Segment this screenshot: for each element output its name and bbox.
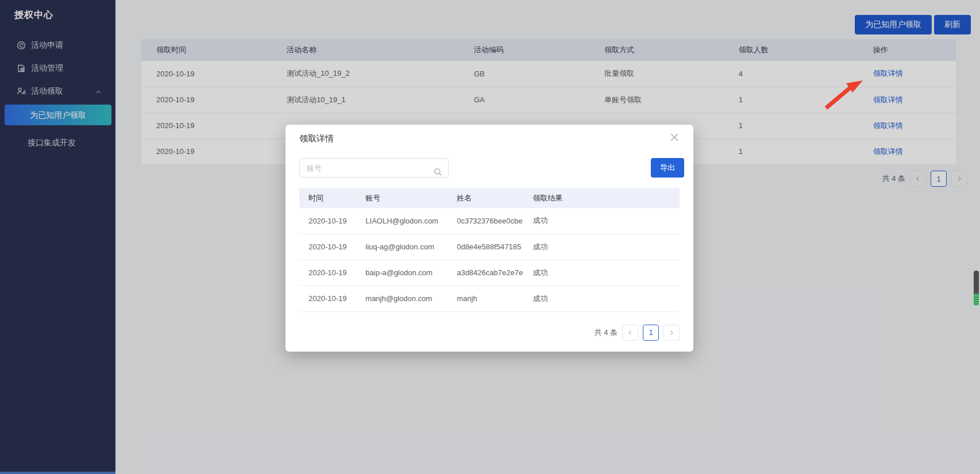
- cell-result: 成功: [524, 260, 680, 286]
- cell-name: manjh: [447, 286, 523, 311]
- dialog-pagination-prev-button[interactable]: [622, 325, 638, 341]
- cell-name: 0d8e4e588f547185: [447, 234, 523, 260]
- cell-result: 成功: [524, 208, 680, 234]
- dialog-table-header-row: 时间 账号 姓名 领取结果: [299, 188, 680, 208]
- red-arrow-annotation: [816, 69, 873, 121]
- account-search-input[interactable]: [299, 158, 449, 178]
- scrollbar-progress: [974, 294, 979, 306]
- chevron-left-icon: [627, 330, 633, 336]
- dialog-search-row: 导出: [299, 158, 680, 178]
- dialog-table-row: 2020-10-19 baip-a@glodon.com a3d8426cab7…: [299, 260, 680, 286]
- dialog-table-wrap: 时间 账号 姓名 领取结果 2020-10-19 LIAOLH@glodon.c…: [299, 188, 680, 312]
- column-header: 时间: [299, 188, 356, 208]
- dialog-table-row: 2020-10-19 liuq-ag@glodon.com 0d8e4e588f…: [299, 234, 680, 260]
- scrollbar-thumb: [974, 271, 979, 294]
- dialog-table-row: 2020-10-19 manjh@glodon.com manjh 成功: [299, 286, 680, 311]
- cell-account: LIAOLH@glodon.com: [356, 208, 447, 234]
- dialog-pagination-page-button[interactable]: 1: [643, 325, 659, 341]
- cell-name: 0c3732376bee0cbe: [447, 208, 523, 234]
- cell-account: liuq-ag@glodon.com: [356, 234, 447, 260]
- column-header: 姓名: [447, 188, 523, 208]
- app-window: 授权中心 活动申请 活动管理: [0, 0, 980, 474]
- dialog-pagination: 共 4 条 1: [299, 325, 680, 341]
- cell-time: 2020-10-19: [299, 234, 356, 260]
- cell-time: 2020-10-19: [299, 208, 356, 234]
- cell-account: manjh@glodon.com: [356, 286, 447, 311]
- scrollbar-indicator[interactable]: [973, 270, 979, 306]
- cell-account: baip-a@glodon.com: [356, 260, 447, 286]
- export-button[interactable]: 导出: [651, 158, 684, 178]
- pagination-total: 共 4 条: [595, 327, 618, 338]
- chevron-right-icon: [669, 330, 674, 336]
- dialog-header: 领取详情: [285, 125, 693, 144]
- column-header: 账号: [356, 188, 447, 208]
- cell-result: 成功: [524, 286, 680, 311]
- cell-name: a3d8426cab7e2e7e: [447, 260, 523, 286]
- cell-time: 2020-10-19: [299, 260, 356, 286]
- claim-details-table: 时间 账号 姓名 领取结果 2020-10-19 LIAOLH@glodon.c…: [299, 188, 680, 312]
- cell-time: 2020-10-19: [299, 286, 356, 311]
- dialog-pagination-next-button[interactable]: [663, 325, 680, 341]
- claim-details-dialog: 领取详情 导出: [285, 125, 693, 352]
- search-icon: [434, 168, 442, 176]
- dialog-close-button[interactable]: [669, 133, 680, 143]
- dialog-table-row: 2020-10-19 LIAOLH@glodon.com 0c3732376be…: [299, 208, 680, 234]
- cell-result: 成功: [524, 234, 680, 260]
- close-icon: [670, 133, 679, 142]
- dialog-title: 领取详情: [299, 133, 334, 143]
- column-header: 领取结果: [524, 188, 680, 208]
